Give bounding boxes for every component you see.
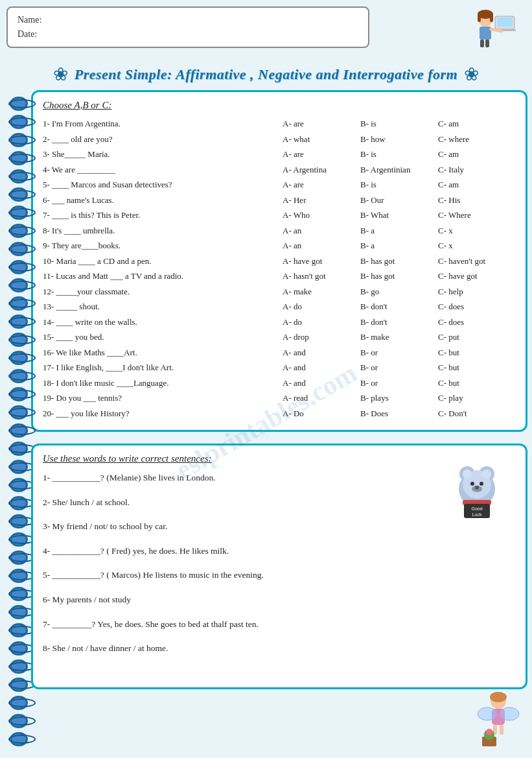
mcq-options: A- HerB- OurC- His bbox=[283, 194, 516, 207]
mcq-row: 3- She_____ Maria.A- areB- isC- am bbox=[43, 148, 516, 161]
mcq-options: A- have gotB- has gotC- haven't got bbox=[283, 255, 516, 268]
mcq-question: 19- Do you ___ tennis? bbox=[43, 392, 283, 405]
mcq-options: A- andB- orC- but bbox=[283, 377, 516, 390]
svg-point-20 bbox=[475, 486, 479, 490]
mcq-option-c: C- Italy bbox=[438, 163, 516, 176]
writing-section: Use these words to write correct sentenc… bbox=[31, 444, 527, 689]
mcq-options: A- DoB- DoesC- Don't bbox=[283, 407, 516, 420]
mcq-option-b: B- a bbox=[360, 239, 438, 252]
spiral-ring bbox=[10, 260, 28, 274]
spiral-ring bbox=[10, 314, 28, 329]
mcq-question: 13- _____ shout. bbox=[43, 300, 283, 313]
mcq-question: 17- I like English, ____I don't like Art… bbox=[43, 361, 283, 374]
mcq-row: 17- I like English, ____I don't like Art… bbox=[43, 361, 516, 374]
mcq-question: 3- She_____ Maria. bbox=[43, 148, 283, 161]
spiral-ring bbox=[10, 187, 28, 202]
spiral-ring bbox=[10, 224, 28, 238]
svg-text:Luck: Luck bbox=[472, 512, 482, 517]
mcq-row: 16- We like Maths ____Art.A- andB- orC- … bbox=[43, 346, 516, 359]
page: Name: Date: bbox=[6, 6, 526, 758]
mcq-question: 20- ___ you like History? bbox=[43, 407, 283, 420]
mcq-option-a: A- Who bbox=[283, 209, 360, 222]
page-title: Present Simple: Affirmative , Negative a… bbox=[75, 66, 457, 83]
mcq-row: 18- I don't like music ____Language.A- a… bbox=[43, 377, 516, 390]
mcq-options: A- andB- orC- but bbox=[283, 346, 516, 359]
fairy-illustration bbox=[469, 688, 527, 753]
mcq-row: 7- ____ is this? This is Peter.A- WhoB- … bbox=[43, 209, 516, 222]
svg-rect-1 bbox=[497, 18, 513, 27]
writing-item: 3- My friend / not/ to school by car. bbox=[43, 519, 438, 534]
section2-title: Use these words to write correct sentenc… bbox=[43, 453, 438, 464]
mcq-option-c: C- His bbox=[438, 194, 516, 207]
mcq-row: 2- ____ old are you?A- whatB- howC- wher… bbox=[43, 133, 516, 146]
mcq-option-b: B- or bbox=[360, 377, 438, 390]
mcq-option-b: B- plays bbox=[360, 392, 438, 405]
mcq-option-c: C- Don't bbox=[438, 407, 516, 420]
mcq-question: 10- Maria ____ a CD and a pen. bbox=[43, 255, 283, 268]
spiral-ring bbox=[10, 659, 28, 674]
spiral-ring bbox=[10, 623, 28, 637]
spiral-ring bbox=[10, 569, 28, 583]
mcq-option-b: B- don't bbox=[360, 300, 438, 313]
mcq-option-b: B- a bbox=[360, 224, 438, 237]
mcq-options: A- areB- isC- am bbox=[283, 148, 516, 161]
spiral-ring bbox=[10, 605, 28, 619]
spiral-ring bbox=[10, 206, 28, 220]
mcq-option-a: A- are bbox=[283, 178, 360, 191]
mcq-option-b: B- is bbox=[360, 148, 438, 161]
mcq-row: 1- I'm From Argentina.A- areB- isC- am bbox=[43, 117, 516, 130]
mcq-option-c: C- x bbox=[438, 239, 516, 252]
mcq-option-a: A- hasn't got bbox=[283, 270, 360, 283]
spiral-ring bbox=[10, 296, 28, 311]
svg-rect-7 bbox=[480, 27, 491, 40]
mcq-options: A- doB- don'tC- does bbox=[283, 300, 516, 313]
mcq-option-c: C- but bbox=[438, 361, 516, 374]
svg-point-34 bbox=[486, 729, 492, 735]
mcq-option-b: B- or bbox=[360, 361, 438, 374]
svg-point-17 bbox=[470, 482, 474, 486]
spiral-ring bbox=[10, 387, 28, 401]
mcq-row: 12- _____your classmate.A- makeB- goC- h… bbox=[43, 285, 516, 298]
writing-list: 1- ___________? (Melanie) She lives in L… bbox=[43, 471, 438, 656]
mcq-options: A- areB- isC- am bbox=[283, 178, 516, 191]
mcq-option-c: C- am bbox=[438, 178, 516, 191]
spiral-ring bbox=[10, 442, 28, 456]
mcq-option-a: A- Her bbox=[283, 194, 360, 207]
date-label: Date: bbox=[17, 27, 358, 41]
mcq-option-c: C- where bbox=[438, 133, 516, 146]
writing-item: 2- She/ lunch / at school. bbox=[43, 495, 438, 510]
mcq-option-b: B- make bbox=[360, 331, 438, 344]
spiral-ring bbox=[10, 587, 28, 601]
mcq-option-b: B- go bbox=[360, 285, 438, 298]
svg-text:Good: Good bbox=[471, 506, 482, 511]
mcq-option-a: A- drop bbox=[283, 331, 360, 344]
mcq-row: 4- We are _________A- ArgentinaB- Argent… bbox=[43, 163, 516, 176]
mcq-option-a: A- read bbox=[283, 392, 360, 405]
mcq-row: 5- ____ Marcos and Susan detectives?A- a… bbox=[43, 178, 516, 191]
mcq-question: 7- ____ is this? This is Peter. bbox=[43, 209, 283, 222]
svg-point-16 bbox=[482, 469, 491, 479]
spiral-ring bbox=[10, 369, 28, 383]
spiral-ring bbox=[10, 278, 28, 292]
mcq-options: A- readB- playsC- play bbox=[283, 392, 516, 405]
mcq-question: 8- It's ____ umbrella. bbox=[43, 224, 283, 237]
mcq-option-b: B- how bbox=[360, 133, 438, 146]
girl-illustration bbox=[467, 6, 526, 58]
main-content: eslprintables.com Choose A,B or C: 1- I'… bbox=[6, 90, 526, 753]
title-area: ❀ Present Simple: Affirmative , Negative… bbox=[6, 64, 526, 85]
flower-right-icon: ❀ bbox=[464, 64, 479, 85]
mcq-option-a: A- what bbox=[283, 133, 360, 146]
mcq-option-a: A- Do bbox=[283, 407, 360, 420]
header-area: Name: Date: bbox=[6, 6, 526, 58]
svg-rect-31 bbox=[500, 725, 503, 735]
spiral-ring bbox=[10, 115, 28, 129]
mcq-question: 11- Lucas and Matt ___ a TV and a radio. bbox=[43, 270, 283, 283]
mcq-option-c: C- help bbox=[438, 285, 516, 298]
spiral-ring bbox=[10, 151, 28, 165]
spiral-ring bbox=[10, 460, 28, 474]
mcq-row: 14- ____ write on the walls.A- doB- don'… bbox=[43, 316, 516, 329]
spiral-ring bbox=[10, 242, 28, 256]
mcq-option-a: A- an bbox=[283, 224, 360, 237]
spiral-ring bbox=[10, 496, 28, 510]
mcq-option-b: B- is bbox=[360, 178, 438, 191]
